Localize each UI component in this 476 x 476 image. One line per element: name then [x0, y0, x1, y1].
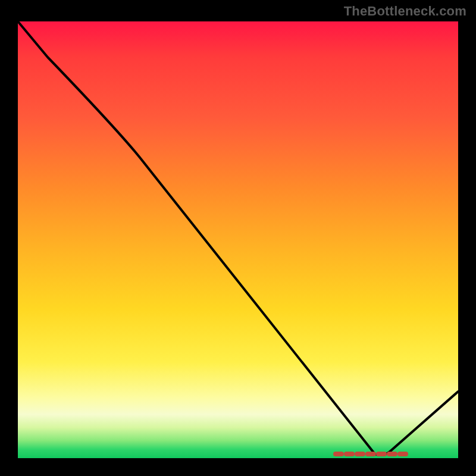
chart-line-main: [18, 21, 458, 455]
page-root: TheBottleneck.com: [0, 0, 476, 476]
watermark-text: TheBottleneck.com: [344, 4, 466, 19]
chart-overlay-svg: [18, 21, 458, 458]
chart-inner: [18, 21, 458, 458]
chart-area: [18, 21, 458, 458]
